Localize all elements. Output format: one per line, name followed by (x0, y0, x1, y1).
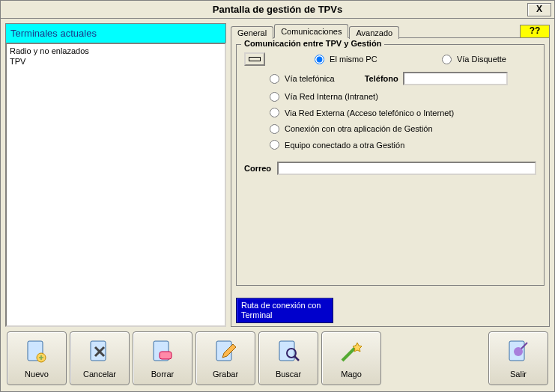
radio-otra-gestion-label: Equipo conectado a otra Gestión (285, 141, 404, 150)
correo-input[interactable] (277, 162, 536, 175)
telefono-input[interactable] (403, 72, 508, 85)
grabar-label: Grabar (213, 370, 238, 379)
radio-disquette[interactable]: Vía Disquette (442, 54, 506, 64)
radio-intranet-label: Vía Red Interna (Intranet) (285, 92, 378, 101)
radio-same-pc[interactable]: El mismo PC (315, 54, 377, 64)
document-new-icon (23, 338, 50, 367)
row-telefonica: Vía telefónica Teléfono (244, 72, 536, 85)
borrar-button[interactable]: Borrar (133, 331, 192, 385)
mago-button[interactable]: Mago (321, 331, 381, 385)
telefono-label: Teléfono (365, 74, 398, 83)
correo-label: Correo (244, 164, 271, 173)
buscar-label: Buscar (276, 370, 301, 379)
radio-externa[interactable]: Via Red Externa (Acceso telefónico o Int… (270, 108, 454, 118)
terminal-list-header: Terminales actuales (5, 23, 226, 43)
grabar-button[interactable]: Grabar (195, 331, 255, 385)
radio-otra-gestion[interactable]: Equipo conectado a otra Gestión (270, 140, 404, 150)
eraser-icon (149, 338, 176, 367)
tab-comunicaciones[interactable]: Comunicaciones (274, 24, 348, 38)
right-panel: General Comunicaciones Avanzado ?? Comun… (231, 23, 550, 327)
radio-same-pc-input[interactable] (315, 55, 324, 64)
radio-intranet[interactable]: Vía Red Interna (Intranet) (270, 91, 378, 102)
row-externa: Via Red Externa (Acceso telefónico o Int… (244, 108, 536, 118)
radio-same-pc-label: El mismo PC (330, 55, 377, 64)
exit-icon (505, 338, 532, 367)
screen-icon (244, 52, 265, 66)
terminal-listbox[interactable]: Radio y no enlazados TPV (5, 43, 226, 327)
salir-label: Salir (510, 370, 527, 379)
borrar-label: Borrar (151, 370, 175, 379)
radio-externa-label: Via Red Externa (Acceso telefónico o Int… (285, 108, 454, 117)
radio-externa-input[interactable] (270, 108, 279, 117)
radio-telefonica-label: Vía telefónica (285, 74, 335, 83)
tab-avanzado[interactable]: Avanzado (349, 26, 399, 39)
radio-telefonica-input[interactable] (270, 74, 279, 84)
tabs-row: General Comunicaciones Avanzado ?? (231, 23, 550, 38)
nuevo-button[interactable]: Nuevo (7, 331, 67, 385)
cancelar-button[interactable]: Cancelar (70, 331, 130, 385)
radio-otra-app[interactable]: Conexión con otra aplicación de Gestión (270, 123, 433, 134)
buscar-button[interactable]: Buscar (258, 331, 318, 385)
search-icon (275, 338, 302, 367)
nuevo-label: Nuevo (25, 370, 49, 379)
row-otra-app: Conexión con otra aplicación de Gestión (244, 123, 536, 134)
tab-general[interactable]: General (231, 26, 273, 39)
close-button[interactable]: X (527, 3, 551, 16)
radio-otra-gestion-input[interactable] (270, 140, 279, 150)
svg-rect-4 (160, 352, 172, 359)
tab-content: Comunicación entre TPV y Gestión El mism… (231, 37, 550, 327)
radio-disquette-label: Vía Disquette (457, 55, 506, 64)
radio-intranet-input[interactable] (270, 92, 279, 102)
list-item[interactable]: TPV (10, 56, 222, 67)
row-otra-gestion: Equipo conectado a otra Gestión (244, 140, 536, 150)
toolbar-spacer (384, 331, 485, 385)
tab-spacer (400, 37, 520, 38)
list-item[interactable]: Radio y no enlazados (10, 46, 222, 56)
row-same-disquette: El mismo PC Vía Disquette (244, 52, 536, 66)
radio-otra-app-label: Conexión con otra aplicación de Gestión (285, 124, 433, 133)
main-row: Terminales actuales Radio y no enlazados… (5, 23, 550, 327)
body: Terminales actuales Radio y no enlazados… (1, 19, 554, 391)
mago-label: Mago (341, 370, 362, 379)
wizard-wand-icon (338, 338, 365, 367)
window-title: Pantalla de gestión de TPVs (213, 4, 342, 15)
groupbox-comunicacion: Comunicación entre TPV y Gestión El mism… (236, 44, 545, 286)
correo-row: Correo (244, 162, 536, 175)
groupbox-title: Comunicación entre TPV y Gestión (241, 39, 384, 48)
document-cancel-icon (86, 338, 113, 367)
titlebar: Pantalla de gestión de TPVs X (1, 1, 554, 19)
salir-button[interactable]: Salir (488, 331, 548, 385)
radio-telefonica[interactable]: Vía telefónica (270, 73, 335, 84)
save-pencil-icon (212, 338, 239, 367)
radio-disquette-input[interactable] (442, 55, 452, 64)
help-button[interactable]: ?? (520, 25, 550, 38)
left-panel: Terminales actuales Radio y no enlazados… (5, 23, 226, 327)
ruta-conexion-button[interactable]: Ruta de conexión con Terminal (236, 298, 333, 323)
radio-otra-app-input[interactable] (270, 124, 279, 134)
toolbar: Nuevo Cancelar Borrar Grabar (5, 327, 550, 387)
row-intranet: Vía Red Interna (Intranet) (244, 91, 536, 102)
window: Pantalla de gestión de TPVs X Terminales… (0, 0, 555, 392)
cancelar-label: Cancelar (83, 370, 116, 379)
